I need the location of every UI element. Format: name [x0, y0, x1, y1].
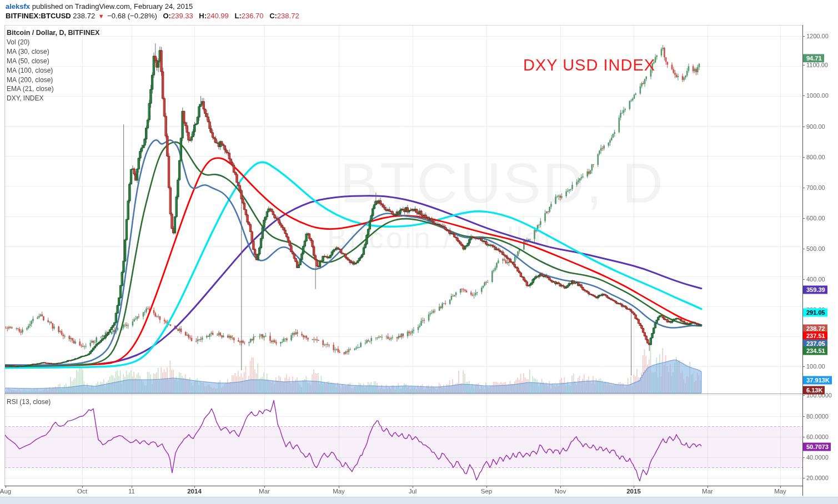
rsi-badge: 50.7073: [803, 443, 831, 451]
bottom-strip: [0, 497, 838, 504]
price-axis-label: 400.00: [806, 276, 825, 283]
price-badge: 234.51: [803, 347, 827, 355]
time-axis-label: 11: [128, 488, 135, 495]
price-axis-label: 800.00: [806, 154, 825, 160]
legend-title[interactable]: Bitcoin / Dollar, D, BITFINEX: [7, 28, 99, 38]
price-badge: 291.05: [803, 309, 827, 317]
close-label: C:: [269, 12, 277, 20]
last-price: 238.72: [73, 12, 95, 20]
time-axis-label: Sep: [481, 488, 492, 495]
price-badge: 94.71: [803, 54, 824, 63]
time-axis-label: May: [333, 488, 345, 495]
price-axis-label: 100.00: [806, 363, 825, 370]
price-axis-label: 1200.00: [806, 33, 829, 39]
legend-item-5[interactable]: EMA (21, close): [7, 84, 99, 94]
time-axis-label: May: [774, 488, 786, 495]
legend-item-3[interactable]: MA (100, close): [7, 66, 99, 75]
open-label: O:: [163, 12, 171, 20]
dxy-annotation: DXY USD INDEX: [523, 56, 655, 74]
price-axis-label: 700.00: [806, 184, 825, 191]
rsi-axis-label: 60.0000: [806, 434, 829, 440]
legend-item-4[interactable]: MA (200, close): [7, 75, 99, 85]
watermark-name: Bitcoin / Dollar: [327, 220, 556, 255]
rsi-axis-label: 40.0000: [806, 454, 829, 461]
price-badge: 237.51: [803, 332, 827, 340]
rsi-axis-label: 20.0000: [806, 475, 829, 481]
time-axis-label: 2015: [626, 488, 641, 495]
price-badge: 6.13K: [803, 386, 825, 395]
price-badge: 359.39: [803, 286, 827, 294]
legend-item-0[interactable]: Vol (20): [7, 38, 99, 47]
time-axis-label: Jul: [409, 488, 417, 495]
low-label: L:: [234, 12, 241, 20]
change-value: −0.68 (−0.28%): [107, 12, 157, 20]
time-axis-label: Nov: [555, 488, 566, 495]
price-axis-label: 600.00: [806, 215, 825, 221]
legend-item-1[interactable]: MA (30, close): [7, 47, 99, 57]
time-axis-label: 2014: [187, 488, 202, 495]
high-label: H:: [199, 12, 207, 20]
price-axis-label: 500.00: [806, 245, 825, 252]
watermark-symbol: BTCUSD, D: [340, 151, 665, 216]
author-link[interactable]: aleksfx: [6, 2, 30, 11]
price-axis-label: 1000.00: [806, 92, 829, 99]
time-axis-label: Aug: [0, 488, 11, 495]
indicator-legend: Bitcoin / Dollar, D, BITFINEX Vol (20)MA…: [7, 28, 99, 103]
time-axis-label: Oct: [77, 488, 87, 495]
low-value: 236.70: [242, 12, 264, 20]
close-value: 238.72: [277, 12, 299, 20]
down-triangle-icon: ▼: [98, 13, 104, 19]
rsi-legend[interactable]: RSI (13, close): [7, 398, 51, 406]
symbol-name[interactable]: BITFINEX:BTCUSD: [6, 12, 71, 20]
publish-line: aleksfx published on TradingView.com, Fe…: [6, 2, 193, 11]
time-axis-label: Mar: [259, 488, 270, 495]
tradingview-published-chart: BTCUSD, D Bitcoin / Dollar aleksfx publi…: [0, 0, 838, 504]
legend-item-6[interactable]: DXY, INDEX: [7, 94, 99, 103]
rsi-axis-label: 80.0000: [806, 413, 829, 420]
open-value: 239.33: [171, 12, 193, 20]
price-axis-label: 1100.00: [806, 62, 828, 68]
high-value: 240.99: [207, 12, 229, 20]
legend-item-2[interactable]: MA (50, close): [7, 57, 99, 66]
price-badge: 37.913K: [803, 376, 832, 385]
published-text: published on TradingView.com, February 2…: [30, 2, 193, 11]
ohlc-line: BITFINEX:BTCUSD 238.72 ▼ −0.68 (−0.28%) …: [6, 12, 299, 20]
price-axis-label: 900.00: [806, 123, 825, 130]
time-axis-label: Mar: [702, 488, 713, 495]
